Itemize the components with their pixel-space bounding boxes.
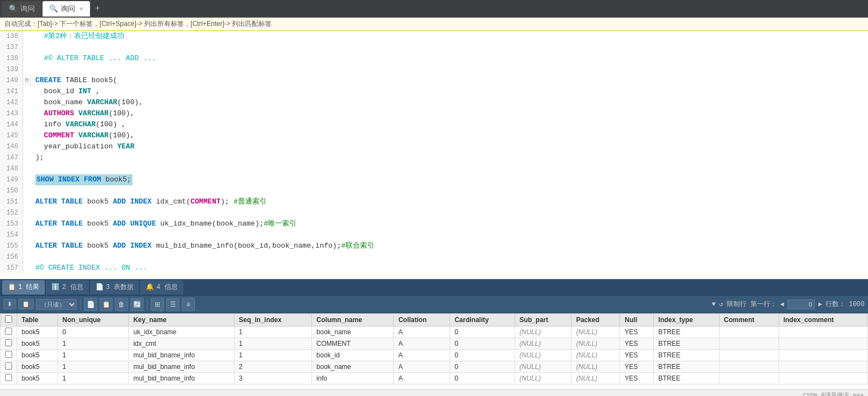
row-checkbox-1[interactable] — [5, 339, 12, 346]
rows-value: 1000 — [849, 301, 865, 308]
col-header-9[interactable]: Packed — [571, 314, 620, 327]
col-header-4[interactable]: Seq_in_index — [234, 314, 311, 327]
null-value: (NULL) — [520, 351, 541, 359]
line-content[interactable] — [31, 64, 868, 75]
paste-button[interactable]: 📋 — [99, 298, 113, 311]
line-content[interactable]: AUTHORS VARCHAR(100), — [31, 108, 868, 119]
line-number: 156 — [0, 251, 23, 263]
code-line-157: 157#© CREATE INDEX ... ON ... — [0, 263, 868, 274]
tab-results-2[interactable]: ℹ️ 2 信息 — [46, 280, 88, 295]
col-header-8[interactable]: Sub_part — [515, 314, 571, 327]
line-content[interactable]: ALTER TABLE book5 ADD INDEX idx_cmt(COMM… — [31, 196, 868, 207]
line-content[interactable]: SHOW INDEX FROM book5; — [31, 174, 868, 185]
col-header-0[interactable] — [1, 314, 17, 327]
new-tab-button[interactable]: + — [91, 2, 104, 15]
tab-close-button[interactable]: ✕ — [80, 5, 83, 12]
table-row[interactable]: book51mul_bid_bname_info3infoA0(NULL)(NU… — [1, 373, 868, 384]
text-view-button[interactable]: ≡ — [182, 298, 195, 311]
copy-button[interactable]: 📋 — [18, 299, 34, 309]
refresh-button[interactable]: 🔄 — [130, 298, 144, 311]
select-all-checkbox[interactable] — [5, 315, 12, 323]
line-content[interactable]: ALTER TABLE book5 ADD UNIQUE uk_idx_bnam… — [31, 218, 868, 229]
code-line-142: 142 book_name VARCHAR(100), — [0, 97, 868, 108]
tab-results-4[interactable]: 🔔 4 信息 — [140, 280, 183, 295]
line-content[interactable]: CREATE TABLE book5( — [31, 75, 868, 86]
col-header-3[interactable]: Key_name — [129, 314, 234, 327]
line-content[interactable]: COMMENT VARCHAR(100), — [31, 130, 868, 141]
row-checkbox-2[interactable] — [5, 351, 12, 358]
table-cell-r1-c13 — [779, 338, 867, 350]
table-cell-r0-c10: YES — [620, 327, 654, 338]
line-content[interactable] — [31, 207, 868, 218]
code-line-139: 139 — [0, 64, 868, 75]
table-cell-r3-c9: (NULL) — [571, 361, 620, 373]
left-arrow[interactable]: ◀ — [780, 300, 784, 308]
col-header-2[interactable]: Non_unique — [57, 314, 128, 327]
row-checkbox-4[interactable] — [5, 374, 12, 381]
line-content[interactable] — [31, 229, 868, 240]
line-content[interactable]: ); — [31, 152, 868, 163]
table-row[interactable]: book50uk_idx_bname1book_nameA0(NULL)(NUL… — [1, 327, 868, 338]
tab-results-3[interactable]: 📄 3 表数据 — [90, 280, 139, 295]
line-number: 143 — [0, 108, 23, 119]
table-cell-r4-c8: (NULL) — [515, 373, 571, 384]
line-content[interactable]: ALTER TABLE book5 ADD INDEX mul_bid_bnam… — [31, 240, 868, 251]
table-row[interactable]: book51mul_bid_bname_info1book_idA0(NULL)… — [1, 350, 868, 361]
col-header-6[interactable]: Collation — [394, 314, 450, 327]
line-content[interactable] — [31, 185, 868, 196]
tab-results-2-icon: ℹ️ — [51, 283, 60, 291]
line-number: 150 — [0, 185, 23, 196]
table-cell-r3-c10: YES — [620, 361, 654, 373]
line-content[interactable]: book_id INT , — [31, 86, 868, 97]
rows-label: 行数： — [825, 299, 845, 309]
line-content[interactable]: #第2种：表已经创建成功 — [31, 31, 868, 42]
table-cell-r2-c0 — [1, 350, 17, 361]
line-content[interactable]: #© CREATE INDEX ... ON ... — [31, 263, 868, 274]
row-checkbox-0[interactable] — [5, 328, 12, 335]
null-value: (NULL) — [576, 374, 597, 382]
limit-value-input[interactable]: 0 — [787, 299, 815, 309]
line-content[interactable] — [31, 42, 868, 53]
copy-rows-button[interactable]: 📄 — [84, 298, 97, 311]
fold-indicator[interactable]: ⊟ — [23, 75, 31, 86]
tab-active[interactable]: 🔍 询问 ✕ — [43, 1, 90, 17]
line-content[interactable] — [31, 163, 868, 174]
table-cell-r1-c2: 1 — [57, 338, 128, 350]
delete-button[interactable]: 🗑 — [115, 298, 128, 311]
tab-active-icon: 🔍 — [49, 4, 58, 13]
table-row[interactable]: book51mul_bid_bname_info2book_nameA0(NUL… — [1, 361, 868, 373]
table-cell-r2-c11: BTREE — [654, 350, 719, 361]
line-content[interactable]: #© ALTER TABLE ... ADD ... — [31, 53, 868, 64]
col-header-5[interactable]: Column_name — [312, 314, 394, 327]
line-content[interactable] — [31, 251, 868, 263]
table-cell-r0-c4: 1 — [234, 327, 311, 338]
line-content[interactable]: year_publication YEAR — [31, 141, 868, 152]
col-header-10[interactable]: Null — [620, 314, 654, 327]
readonly-select[interactable]: （只读） — [36, 299, 77, 310]
col-header-1[interactable]: Table — [17, 314, 58, 327]
export-button[interactable]: ⬇ — [3, 299, 16, 309]
grid-view-button[interactable]: ⊞ — [151, 298, 164, 311]
table-row[interactable]: book51idx_cmt1COMMENTA0(NULL)(NULL)YESBT… — [1, 338, 868, 350]
col-header-13[interactable]: Index_comment — [779, 314, 867, 327]
line-number: 145 — [0, 130, 23, 141]
tab-inactive[interactable]: 🔍 询问 — [2, 1, 41, 17]
table-cell-r1-c4: 1 — [234, 338, 311, 350]
col-header-7[interactable]: Cardinality — [450, 314, 515, 327]
tab-results-1[interactable]: 📋 1 结果 — [2, 280, 45, 295]
tab-results-3-icon: 📄 — [96, 283, 104, 291]
line-content[interactable]: book_name VARCHAR(100), — [31, 97, 868, 108]
col-header-11[interactable]: Index_type — [654, 314, 719, 327]
tab-results-1-icon: 📋 — [8, 283, 16, 291]
col-header-12[interactable]: Comment — [719, 314, 779, 327]
line-content[interactable]: info VARCHAR(100) , — [31, 119, 868, 130]
code-editor[interactable]: 136 #第2种：表已经创建成功137 138 #© ALTER TABLE .… — [0, 31, 868, 279]
data-table-container[interactable]: TableNon_uniqueKey_nameSeq_in_indexColum… — [0, 313, 868, 389]
table-cell-r3-c2: 1 — [57, 361, 128, 373]
results-tab-bar: 📋 1 结果 ℹ️ 2 信息 📄 3 表数据 🔔 4 信息 — [0, 279, 868, 296]
right-arrow[interactable]: ▶ — [818, 300, 822, 308]
row-checkbox-3[interactable] — [5, 362, 12, 370]
table-cell-r0-c2: 0 — [57, 327, 128, 338]
list-view-button[interactable]: ☰ — [166, 298, 179, 311]
table-cell-r1-c10: YES — [620, 338, 654, 350]
